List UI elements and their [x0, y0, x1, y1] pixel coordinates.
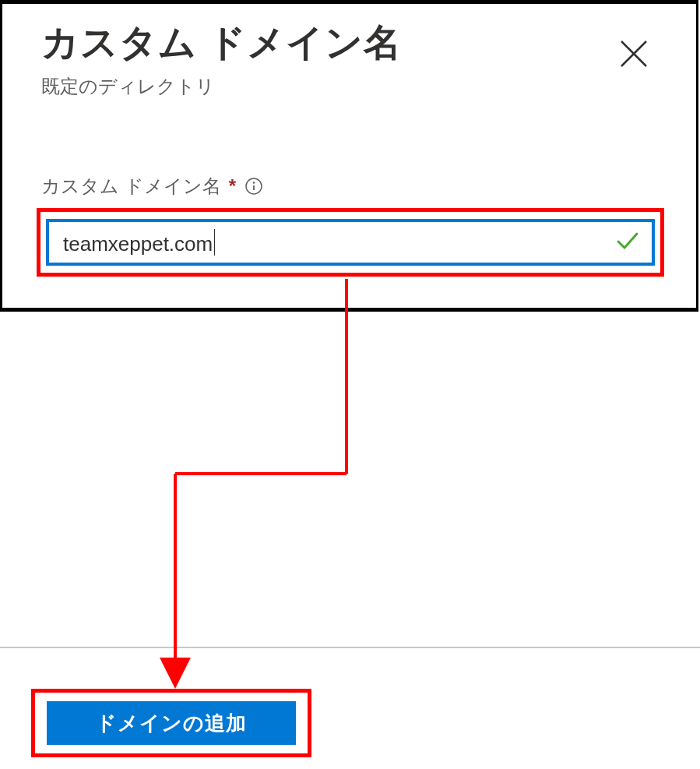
add-domain-button[interactable]: ドメインの追加	[47, 701, 296, 745]
panel-title: カスタム ドメイン名	[41, 18, 402, 68]
footer-separator	[0, 647, 700, 648]
required-indicator: *	[229, 175, 236, 197]
button-highlight-annotation: ドメインの追加	[31, 689, 311, 757]
svg-point-4	[253, 182, 255, 184]
close-button[interactable]	[610, 30, 657, 77]
add-domain-button-label: ドメインの追加	[96, 710, 247, 737]
input-highlight-annotation: teamxeppet.com	[37, 208, 664, 277]
close-icon	[618, 38, 649, 69]
field-label-row: カスタム ドメイン名 *	[41, 174, 264, 199]
custom-domain-panel: カスタム ドメイン名 既定のディレクトリ カスタム ドメイン名 *	[0, 0, 698, 312]
domain-field-label: カスタム ドメイン名	[41, 174, 221, 199]
panel-subtitle: 既定のディレクトリ	[41, 74, 215, 99]
custom-domain-input-value: teamxeppet.com	[63, 229, 215, 256]
checkmark-icon	[614, 228, 641, 257]
info-icon[interactable]	[244, 176, 264, 196]
custom-domain-input[interactable]: teamxeppet.com	[46, 219, 655, 266]
